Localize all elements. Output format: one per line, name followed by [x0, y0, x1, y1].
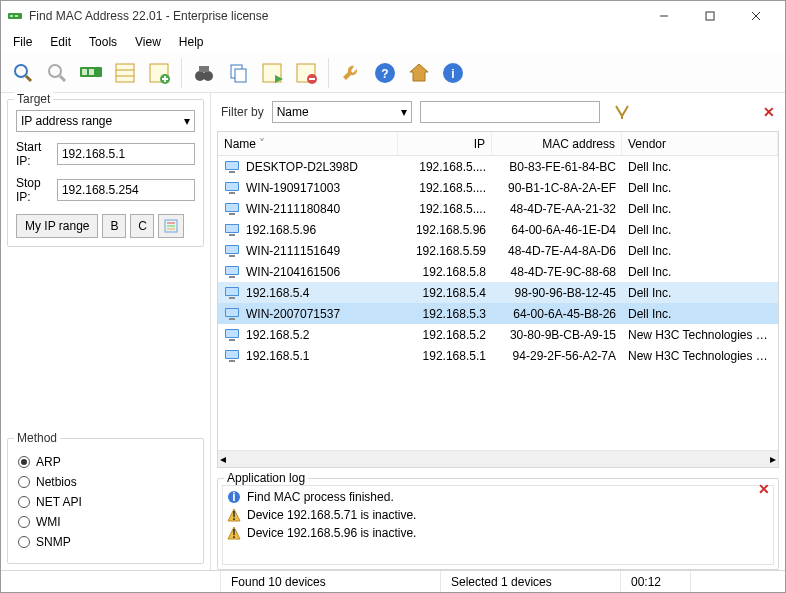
menu-view[interactable]: View — [127, 33, 169, 51]
monitor-icon — [224, 328, 240, 342]
row-vendor: Dell Inc. — [622, 160, 778, 174]
row-ip: 192.168.5.1 — [398, 349, 492, 363]
horizontal-scrollbar[interactable]: ◂ ▸ — [218, 450, 778, 467]
col-mac-header[interactable]: MAC address — [492, 132, 622, 155]
grid-remove-button[interactable] — [290, 57, 322, 89]
start-ip-input[interactable] — [57, 143, 195, 165]
row-mac: B0-83-FE-61-84-BC — [492, 160, 622, 174]
col-ip-header[interactable]: IP — [398, 132, 492, 155]
row-mac: 48-4D-7E-AA-21-32 — [492, 202, 622, 216]
table-row[interactable]: WIN-2007071537192.168.5.364-00-6A-45-B8-… — [218, 303, 778, 324]
grid-play-button[interactable] — [256, 57, 288, 89]
info-button[interactable]: i — [437, 57, 469, 89]
maximize-button[interactable] — [687, 1, 733, 31]
minimize-button[interactable] — [641, 1, 687, 31]
scroll-right-icon[interactable]: ▸ — [770, 452, 776, 466]
close-log-icon[interactable]: ✕ — [758, 481, 770, 497]
log-body[interactable]: iFind MAC process finished.!Device 192.1… — [222, 485, 774, 565]
method-label: WMI — [36, 515, 61, 529]
row-mac: 64-00-6A-45-B8-26 — [492, 307, 622, 321]
table-row[interactable]: 192.168.5.2192.168.5.230-80-9B-CB-A9-15N… — [218, 324, 778, 345]
row-vendor: New H3C Technologies Co., Ltd — [622, 349, 778, 363]
menubar: FileEditToolsViewHelp — [1, 31, 785, 53]
target-range-select[interactable]: IP address range ▾ — [16, 110, 195, 132]
row-name: WIN-2104161506 — [246, 265, 340, 279]
row-mac: 64-00-6A-46-1E-D4 — [492, 223, 622, 237]
table-row[interactable]: WIN-2111180840192.168.5....48-4D-7E-AA-2… — [218, 198, 778, 219]
close-button[interactable] — [733, 1, 779, 31]
search-button[interactable] — [7, 57, 39, 89]
class-b-button[interactable]: B — [102, 214, 126, 238]
warn-icon: ! — [227, 526, 241, 540]
row-mac: 48-4D-7E-9C-88-68 — [492, 265, 622, 279]
table-row[interactable]: WIN-2104161506192.168.5.848-4D-7E-9C-88-… — [218, 261, 778, 282]
table-header: Name ˅ IP MAC address Vendor — [218, 132, 778, 156]
svg-rect-25 — [235, 69, 246, 82]
stop-ip-input[interactable] — [57, 179, 195, 201]
method-net-api[interactable]: NET API — [18, 495, 193, 509]
chevron-down-icon: ▾ — [401, 105, 407, 119]
grid-button[interactable] — [109, 57, 141, 89]
row-vendor: Dell Inc. — [622, 181, 778, 195]
binoculars-button[interactable] — [188, 57, 220, 89]
clear-filter-icon[interactable] — [614, 104, 630, 120]
col-name-header[interactable]: Name ˅ — [218, 132, 398, 155]
table-row[interactable]: DESKTOP-D2L398D192.168.5....B0-83-FE-61-… — [218, 156, 778, 177]
filter-field-select[interactable]: Name ▾ — [272, 101, 412, 123]
close-filter-icon[interactable]: ✕ — [763, 104, 775, 120]
row-name: WIN-1909171003 — [246, 181, 340, 195]
ip-list-button[interactable] — [158, 214, 184, 238]
scroll-left-icon[interactable]: ◂ — [220, 452, 226, 466]
table-row[interactable]: WIN-1909171003192.168.5....90-B1-1C-8A-2… — [218, 177, 778, 198]
row-vendor: New H3C Technologies Co., Ltd — [622, 328, 778, 342]
col-vendor-header[interactable]: Vendor — [622, 132, 778, 155]
help-button[interactable]: ? — [369, 57, 401, 89]
table-row[interactable]: WIN-2111151649192.168.5.5948-4D-7E-A4-8A… — [218, 240, 778, 261]
search-gray-button[interactable] — [41, 57, 73, 89]
method-arp[interactable]: ARP — [18, 455, 193, 469]
home-button[interactable] — [403, 57, 435, 89]
grid-add-button[interactable] — [143, 57, 175, 89]
svg-rect-43 — [229, 171, 235, 173]
svg-rect-66 — [226, 330, 238, 337]
method-label: SNMP — [36, 535, 71, 549]
log-line: iFind MAC process finished. — [227, 488, 769, 506]
svg-rect-61 — [229, 297, 235, 299]
target-group: Target IP address range ▾ Start IP: Stop… — [7, 99, 204, 247]
row-mac: 30-80-9B-CB-A9-15 — [492, 328, 622, 342]
start-ip-label: Start IP: — [16, 140, 51, 168]
menu-help[interactable]: Help — [171, 33, 212, 51]
log-line: !Device 192.168.5.71 is inactive. — [227, 506, 769, 524]
svg-text:i: i — [451, 67, 454, 81]
copy-button[interactable] — [222, 57, 254, 89]
menu-tools[interactable]: Tools — [81, 33, 125, 51]
method-netbios[interactable]: Netbios — [18, 475, 193, 489]
warn-icon: ! — [227, 508, 241, 522]
method-wmi[interactable]: WMI — [18, 515, 193, 529]
titlebar: Find MAC Address 22.01 - Enterprise lice… — [1, 1, 785, 31]
svg-rect-63 — [226, 309, 238, 316]
table-row[interactable]: 192.168.5.4192.168.5.498-90-96-B8-12-45D… — [218, 282, 778, 303]
grid-play-icon — [261, 62, 283, 84]
method-snmp[interactable]: SNMP — [18, 535, 193, 549]
method-group: Method ARPNetbiosNET APIWMISNMP — [7, 438, 204, 564]
filter-field-value: Name — [277, 105, 309, 119]
svg-rect-48 — [226, 204, 238, 211]
wrench-icon — [340, 62, 362, 84]
table-row[interactable]: 192.168.5.96192.168.5.9664-00-6A-46-1E-D… — [218, 219, 778, 240]
svg-rect-4 — [706, 12, 714, 20]
menu-file[interactable]: File — [5, 33, 40, 51]
class-c-button[interactable]: C — [130, 214, 154, 238]
filter-input[interactable] — [420, 101, 600, 123]
info-icon: i — [442, 62, 464, 84]
svg-rect-14 — [116, 64, 134, 82]
wrench-button[interactable] — [335, 57, 367, 89]
app-icon — [7, 8, 23, 24]
menu-edit[interactable]: Edit — [42, 33, 79, 51]
grid-icon — [114, 62, 136, 84]
network-card-button[interactable] — [75, 57, 107, 89]
row-mac: 90-B1-1C-8A-2A-EF — [492, 181, 622, 195]
my-ip-range-button[interactable]: My IP range — [16, 214, 98, 238]
table-row[interactable]: 192.168.5.1192.168.5.194-29-2F-56-A2-7AN… — [218, 345, 778, 366]
svg-rect-45 — [226, 183, 238, 190]
